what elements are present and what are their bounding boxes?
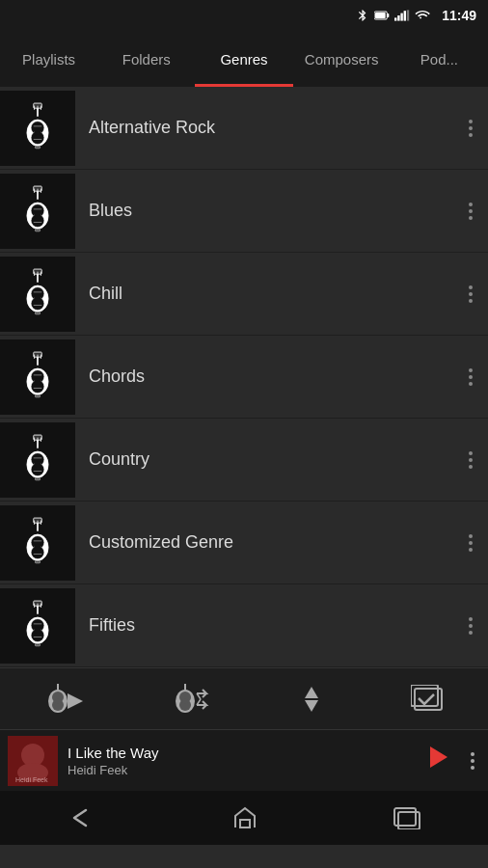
tab-podcasts[interactable]: Pod... [391,31,488,87]
track-title: I Like the Way [68,745,411,761]
home-icon [231,804,258,831]
svg-point-103 [182,698,188,704]
more-dot [471,766,474,770]
svg-point-78 [35,544,41,551]
now-playing-more-button[interactable] [465,748,480,773]
svg-rect-4 [397,15,399,21]
svg-rect-2 [375,13,386,18]
svg-marker-115 [430,746,447,768]
svg-point-90 [35,627,41,634]
tab-playlists[interactable]: Playlists [0,31,97,87]
more-options-button[interactable] [463,110,478,147]
more-options-button[interactable] [463,193,478,230]
genre-name: Customized Genre [89,532,463,553]
genre-item-country[interactable]: Country [0,419,488,502]
play-with-guitar-icon [42,682,85,717]
svg-point-18 [36,130,39,133]
now-playing-play-button[interactable] [420,740,455,781]
svg-marker-107 [305,687,318,698]
genre-item-customized-genre[interactable]: Customized Genre [0,502,488,584]
genre-item-alternative-rock[interactable]: Alternative Rock [0,87,488,170]
genre-item-chill[interactable]: Chill [0,253,488,336]
svg-rect-21 [35,146,40,149]
svg-rect-93 [35,643,40,646]
svg-marker-108 [305,700,318,712]
tab-bar: Playlists Folders Genres Composers Pod..… [0,31,488,87]
guitar-icon [21,267,54,321]
sort-button[interactable] [297,685,326,714]
play-icon [424,744,451,771]
genre-item-fifties[interactable]: Fifties [0,584,488,667]
now-playing-bar: Heidi Feek I Like the Way Heidi Feek [0,729,488,791]
play-toolbar-button[interactable] [42,682,85,717]
status-time: 11:49 [442,8,476,23]
svg-rect-5 [401,14,403,21]
genre-name: Chords [89,366,463,387]
svg-point-66 [35,461,41,468]
more-dot [471,752,474,756]
home-button[interactable] [231,804,258,831]
svg-rect-116 [240,820,250,827]
svg-point-8 [420,16,421,18]
more-options-button[interactable] [463,608,478,644]
svg-rect-1 [388,14,390,17]
genre-thumbnail [0,505,75,581]
nav-bar [0,791,488,845]
svg-rect-69 [35,477,40,480]
more-options-button[interactable] [463,525,478,561]
genre-item-blues[interactable]: Blues [0,170,488,253]
status-bar: 11:49 [0,0,488,31]
genre-thumbnail [0,174,75,249]
bluetooth-icon [356,9,369,22]
track-info: I Like the Way Heidi Feek [68,745,411,777]
genre-name: Fifties [89,615,463,636]
tab-composers[interactable]: Composers [293,31,391,87]
guitar-icon [21,350,54,404]
shuffle-button[interactable] [170,682,212,717]
playback-toolbar [0,667,488,729]
genre-thumbnail [0,339,75,415]
wifi-icon [415,10,430,22]
genre-name: Chill [89,284,463,304]
genre-item-chords[interactable]: Chords [0,336,488,419]
recents-button[interactable] [393,806,421,829]
genre-name: Alternative Rock [89,118,463,138]
genre-thumbnail [0,588,75,664]
recents-icon [393,806,421,829]
tab-folders[interactable]: Folders [97,31,195,87]
genre-name: Country [89,449,463,470]
guitar-icon [21,599,54,653]
svg-rect-57 [35,394,40,397]
queue-button[interactable] [411,685,446,714]
svg-point-97 [55,698,61,704]
more-dot [471,759,474,763]
status-icons [356,9,430,22]
svg-rect-81 [35,560,40,563]
svg-rect-45 [35,312,40,314]
svg-rect-3 [394,17,396,20]
genre-thumbnail [0,422,75,498]
more-options-button[interactable] [463,442,478,478]
svg-rect-7 [407,10,409,20]
shuffle-icon [170,682,212,717]
signal-icon [394,9,410,22]
tab-genres[interactable]: Genres [195,31,292,87]
svg-rect-33 [35,229,40,231]
svg-text:Heidi Feek: Heidi Feek [15,776,48,783]
album-art: Heidi Feek [8,736,58,786]
guitar-icon [21,433,54,487]
track-artist: Heidi Feek [68,763,411,777]
svg-point-42 [35,295,41,302]
genre-name: Blues [89,201,463,221]
back-button[interactable] [67,806,97,829]
back-icon [67,806,97,829]
sort-icon [297,685,326,714]
guitar-icon [21,101,54,155]
svg-rect-6 [404,11,406,20]
genre-thumbnail [0,91,75,166]
more-options-button[interactable] [463,359,478,395]
more-options-button[interactable] [463,276,478,312]
genre-list: Alternative Rock Blues [0,87,488,667]
guitar-icon [21,184,54,238]
queue-icon [411,685,446,714]
